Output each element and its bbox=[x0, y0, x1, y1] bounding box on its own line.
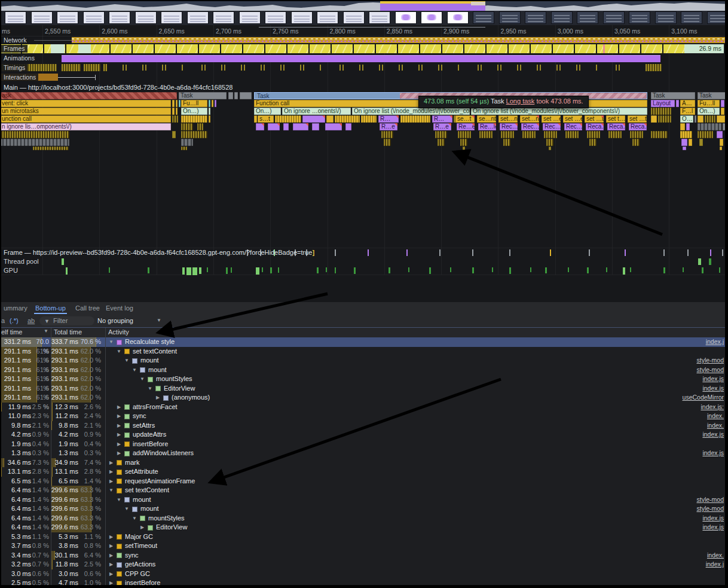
flame-event[interactable]: s…t bbox=[258, 115, 274, 123]
flame-event[interactable] bbox=[608, 131, 622, 138]
flame-event[interactable] bbox=[197, 123, 203, 130]
source-link[interactable]: index.js bbox=[702, 384, 724, 394]
flame-event[interactable] bbox=[326, 115, 334, 123]
flame-event[interactable] bbox=[721, 100, 724, 107]
activity-label[interactable]: Recalculate style bbox=[125, 337, 175, 347]
source-link[interactable]: index.js bbox=[702, 374, 724, 384]
flame-event[interactable] bbox=[176, 108, 178, 115]
flame-event[interactable]: Task bbox=[698, 92, 728, 99]
flame-event[interactable] bbox=[686, 123, 690, 130]
match-case-icon[interactable]: a bbox=[1, 315, 5, 327]
flame-event[interactable]: unction call bbox=[0, 115, 171, 123]
disclosure-triangle[interactable]: ▶ bbox=[108, 477, 114, 486]
disclosure-triangle[interactable]: ▼ bbox=[124, 504, 130, 514]
flame-event[interactable]: R…e bbox=[380, 123, 397, 130]
source-link[interactable]: index.js bbox=[702, 430, 724, 440]
flame-event[interactable] bbox=[630, 131, 643, 138]
long-task-link[interactable]: Long task bbox=[506, 98, 535, 105]
source-link[interactable]: index. bbox=[707, 551, 724, 560]
flame-event[interactable]: Rec…le bbox=[521, 123, 539, 130]
flame-event[interactable]: set …tent bbox=[628, 115, 647, 123]
disclosure-triangle[interactable]: ▶ bbox=[116, 412, 122, 421]
flame-event[interactable] bbox=[228, 92, 233, 99]
flame-event[interactable]: Task bbox=[179, 92, 227, 99]
flame-event[interactable] bbox=[680, 123, 685, 130]
source-link[interactable]: useCodeMirror bbox=[683, 393, 724, 403]
flame-event[interactable]: Reca…yle bbox=[586, 123, 604, 130]
disclosure-triangle[interactable]: ▼ bbox=[124, 356, 130, 365]
flame-event[interactable] bbox=[33, 147, 69, 150]
disclosure-triangle[interactable]: ▼ bbox=[147, 384, 153, 394]
disclosure-triangle[interactable]: ▶ bbox=[139, 523, 145, 532]
table-row[interactable]: 1.9 ms0.4 %1.9 ms0.4 %▶insertBefore bbox=[0, 440, 728, 449]
flame-event[interactable] bbox=[438, 139, 445, 146]
activity-label[interactable]: setAttribute bbox=[125, 467, 158, 477]
activity-label[interactable]: sync bbox=[133, 412, 146, 421]
flame-event[interactable]: set…nt bbox=[520, 115, 539, 123]
table-row[interactable]: 34.6 ms7.3 %34.9 ms7.4 %▶mark bbox=[0, 458, 728, 468]
flame-event[interactable] bbox=[680, 131, 692, 138]
grouping-select[interactable]: No grouping bbox=[97, 315, 133, 327]
flame-event[interactable] bbox=[632, 139, 640, 146]
table-row[interactable]: 5.3 ms1.1 %5.3 ms1.1 %▶Major GC bbox=[0, 532, 728, 542]
flame-event[interactable] bbox=[400, 115, 430, 123]
activity-label[interactable]: addWindowListeners bbox=[133, 449, 194, 458]
disclosure-triangle[interactable]: ▼ bbox=[108, 337, 114, 347]
source-link[interactable]: index. bbox=[707, 412, 724, 421]
col-activity[interactable]: Activity bbox=[108, 328, 129, 336]
table-row[interactable]: 331.2 ms70.0 %333.7 ms70.6 %▼Recalculate… bbox=[0, 337, 728, 347]
flame-event[interactable]: Fu…ll bbox=[181, 100, 207, 107]
flame-event[interactable] bbox=[181, 131, 207, 138]
disclosure-triangle[interactable]: ▼ bbox=[108, 486, 114, 495]
activity-label[interactable]: mark bbox=[125, 458, 139, 468]
flame-event[interactable] bbox=[522, 131, 536, 138]
table-row[interactable]: 3.7 ms0.8 %3.8 ms0.8 %▶setTimeout bbox=[0, 541, 728, 551]
disclosure-triangle[interactable]: ▶ bbox=[108, 560, 114, 569]
table-row[interactable]: 6.4 ms1.4 %299.6 ms63.3 %▶EditorViewinde… bbox=[0, 523, 728, 532]
table-row[interactable]: 3.4 ms0.7 %30.1 ms6.4 %▶syncindex. bbox=[0, 551, 728, 560]
activity-label[interactable]: Major GC bbox=[125, 532, 153, 542]
flame-event[interactable] bbox=[172, 100, 175, 107]
flame-event[interactable] bbox=[234, 92, 238, 99]
table-row[interactable]: 291.1 ms61.6 %293.1 ms62.0 %▶(anonymous)… bbox=[0, 393, 728, 403]
table-row[interactable]: 291.1 ms61.6 %293.1 ms62.0 %▼set textCon… bbox=[0, 347, 728, 357]
activity-label[interactable]: (anonymous) bbox=[172, 393, 210, 403]
source-link[interactable]: index.js: bbox=[701, 403, 724, 412]
tab-bottom-up[interactable]: Bottom-up bbox=[34, 302, 67, 314]
activity-label[interactable]: mountStyles bbox=[148, 514, 185, 523]
flame-event[interactable] bbox=[209, 115, 210, 123]
track-thread-pool[interactable]: Thread pool bbox=[0, 257, 728, 266]
column-divider[interactable] bbox=[51, 328, 51, 337]
flame-event[interactable]: n ignore lis…omponents\/) bbox=[0, 123, 171, 130]
disclosure-triangle[interactable]: ▶ bbox=[116, 440, 122, 449]
table-row[interactable]: 291.1 ms61.6 %293.1 ms62.0 %▼mountStyles… bbox=[0, 374, 728, 384]
col-self-time[interactable]: elf time bbox=[1, 328, 22, 336]
flame-event[interactable]: A… bbox=[680, 100, 695, 107]
flame-event[interactable] bbox=[381, 131, 393, 138]
flame-event[interactable] bbox=[503, 139, 510, 146]
column-divider[interactable] bbox=[105, 328, 106, 337]
flame-event[interactable] bbox=[565, 131, 579, 138]
disclosure-triangle[interactable]: ▼ bbox=[131, 514, 137, 523]
flame-event[interactable] bbox=[181, 147, 187, 150]
match-whole-word-icon[interactable]: ab bbox=[27, 315, 35, 327]
flame-event[interactable] bbox=[176, 100, 178, 107]
activity-label[interactable]: sync bbox=[125, 551, 139, 560]
disclosure-triangle[interactable]: ▶ bbox=[155, 393, 161, 403]
flame-event[interactable] bbox=[209, 108, 210, 115]
flame-event[interactable] bbox=[698, 115, 703, 123]
table-row[interactable]: 13.1 ms2.8 %13.1 ms2.8 %▶setAttribute bbox=[0, 467, 728, 477]
flame-event[interactable]: O… bbox=[680, 115, 693, 123]
flame-event[interactable] bbox=[345, 123, 351, 130]
table-row[interactable]: 9.8 ms2.1 %9.8 ms2.1 %▶setAttrsindex. bbox=[0, 421, 728, 431]
activity-label[interactable]: mount bbox=[133, 495, 151, 505]
flame-event[interactable]: On ignore list (\/node_modules\/|\/bower… bbox=[352, 108, 470, 115]
disclosure-triangle[interactable]: ▼ bbox=[131, 365, 137, 375]
activity-label[interactable]: EditorView bbox=[156, 523, 187, 532]
table-row[interactable]: 291.1 ms61.6 %293.1 ms62.0 %▼mountstyle-… bbox=[0, 365, 728, 375]
flame-event[interactable] bbox=[658, 115, 671, 123]
table-row[interactable]: 6.4 ms1.4 %299.6 ms63.3 %▼mountStylesind… bbox=[0, 514, 728, 523]
flame-event[interactable] bbox=[325, 123, 342, 130]
flame-event[interactable]: F…l bbox=[680, 108, 695, 115]
flame-event[interactable] bbox=[209, 100, 210, 107]
